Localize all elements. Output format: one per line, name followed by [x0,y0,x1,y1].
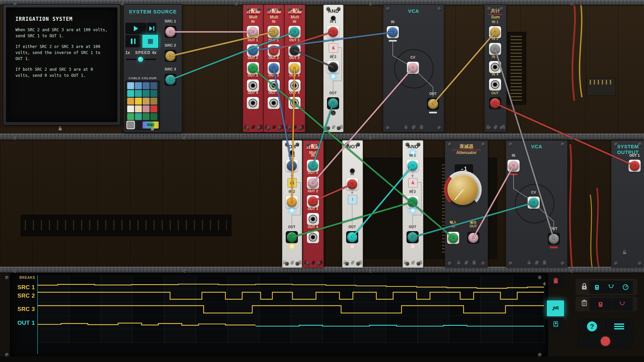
vca-trace [514,174,530,199]
grid-shade [227,275,259,343]
cable-m3.out1-and1.in2[interactable] [294,50,333,67]
bottom-strip [0,356,644,362]
module-view-button[interactable] [548,317,564,331]
module-icon [552,321,559,327]
cable-m2.out2-or.in1[interactable] [274,68,292,166]
arrow-icon [411,227,414,229]
signal-scope: BREAKS SRC 1SRC 2SRC 3OUT 1 [10,273,548,356]
grid-shade [418,275,449,343]
collapse-arrow-icon[interactable] [543,282,545,286]
screw [570,2,574,6]
scope-plot [11,274,547,356]
vca-trace [417,72,433,97]
module-icon [594,284,600,291]
trash-icon [581,299,588,307]
screw [570,269,574,273]
lock-cable-button[interactable] [604,281,618,294]
delete-cable-button[interactable] [612,298,633,311]
delete-module-button[interactable] [590,298,611,311]
help-button[interactable]: ? [579,320,605,333]
cable-icon [608,284,614,291]
screw [5,276,9,279]
lock-icon [580,282,588,291]
screw [13,137,17,140]
screw [121,2,124,6]
screw [538,353,542,357]
screw [183,269,186,273]
record-button[interactable] [579,335,632,348]
cable-layer [0,0,644,272]
grid-shade [101,275,132,343]
scope-trace [38,323,256,325]
question-mark-icon: ? [587,321,597,331]
knob-dial-icon [622,284,629,291]
vca-trace [393,40,409,65]
clear-signal-button[interactable] [548,275,564,287]
cable-sum.out-sysout.out1[interactable] [495,103,635,166]
screw [538,276,542,279]
screw [369,269,373,273]
game-screen: IRRIGATION SYSTEM When SRC 2 and SRC 3 a… [0,0,644,362]
cable-m1.out2-att.in[interactable] [253,68,453,238]
grid-shade [291,275,322,343]
screw [13,269,17,273]
trash-icon [552,277,559,284]
arrow-icon [332,93,334,95]
cable-mm.out2-not.in[interactable] [313,184,352,201]
arrow-icon [332,54,334,56]
module-icon [597,301,604,308]
screw [13,2,17,6]
scope-trace-label: SRC 3 [12,306,35,313]
screw [369,2,373,6]
screw [570,137,574,140]
menu-icon [614,322,624,330]
arrow-icon [351,192,354,194]
scope-view-button[interactable] [546,300,565,317]
lock-knob-button[interactable] [619,281,633,294]
arrow-icon [411,189,414,191]
scope-trace-label: OUT 1 [12,320,35,326]
cable-icon [619,301,626,308]
screw [369,137,373,140]
cable-src3-m3.in[interactable] [170,32,294,80]
record-icon [601,337,610,346]
screw [5,353,9,357]
cable-mm.out1-vca1.cv[interactable] [313,68,413,183]
menu-button[interactable] [606,320,632,333]
screw [183,137,186,140]
grid-shade [481,275,512,343]
waveform-icon [551,304,560,313]
arrow-icon [351,227,354,229]
arrow-icon [290,227,293,229]
grid-shade [164,275,196,343]
cable-src2-m2.in[interactable] [170,32,274,56]
scope-trace-label: SRC 2 [12,293,35,299]
scope-trace-label: SRC 1 [12,284,35,291]
cable-vca1.out-sum.in1[interactable] [433,32,495,104]
lock-module-button[interactable] [590,281,604,294]
screw [235,2,238,6]
arrow-icon [411,175,414,177]
cable-att.out-vca2.in[interactable] [473,166,514,238]
